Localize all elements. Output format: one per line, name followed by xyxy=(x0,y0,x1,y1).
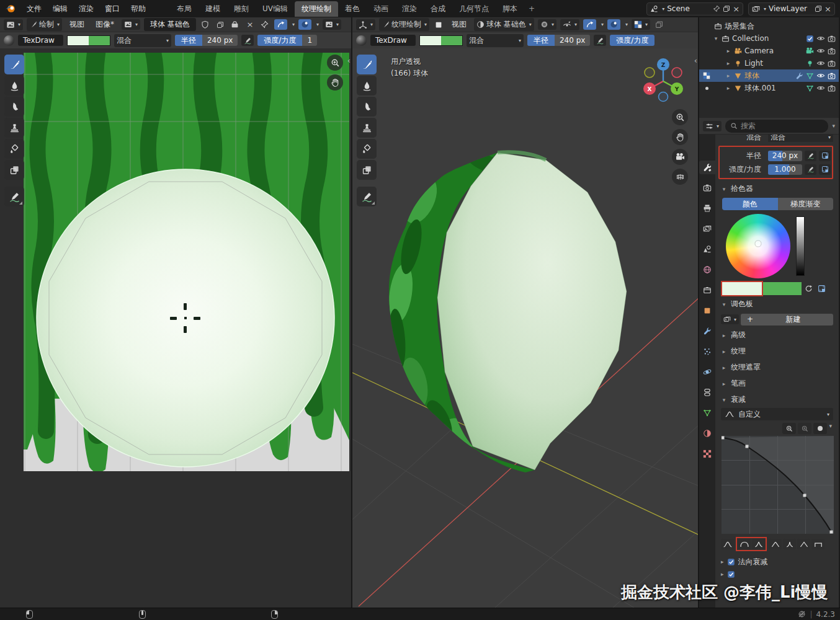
image-editor-canvas[interactable]: ‹ xyxy=(0,48,351,608)
curve-zoom-out-icon[interactable] xyxy=(798,423,811,434)
tool-soften-button[interactable] xyxy=(357,76,377,95)
pin-icon[interactable] xyxy=(713,5,720,12)
brush-preview-icon[interactable] xyxy=(4,35,14,46)
pin-icon[interactable] xyxy=(259,19,270,30)
filter-dropdown-icon[interactable]: ▾ xyxy=(832,123,835,129)
chevron-collapsed-icon[interactable]: ▸ xyxy=(721,559,724,565)
chevron-collapsed-icon[interactable]: ▸ xyxy=(721,571,724,577)
falloff-linear-button[interactable] xyxy=(797,539,810,549)
texture-slot-dropdown[interactable]: 球体 基础色▾ xyxy=(474,18,534,31)
add-workspace-button[interactable]: + xyxy=(524,2,539,16)
tab-sculpting[interactable]: 雕刻 xyxy=(227,1,256,17)
tool-fill-button[interactable] xyxy=(4,139,24,159)
tool-draw-button[interactable] xyxy=(4,55,24,74)
watermelon-cut-face[interactable] xyxy=(437,153,627,470)
tab-texture-paint[interactable]: 纹理绘制 xyxy=(295,1,338,17)
radius-pressure-icon[interactable] xyxy=(241,35,254,46)
falloff-dropdown[interactable] xyxy=(298,19,311,30)
section-stroke[interactable]: ▸笔画 xyxy=(721,376,833,391)
brush-color-swatches[interactable] xyxy=(67,35,110,46)
curve-point-dropdown[interactable] xyxy=(813,423,827,434)
editor-type-dropdown[interactable]: ▾ xyxy=(4,19,23,30)
copy-icon[interactable] xyxy=(815,5,822,12)
tab-uv-editing[interactable]: UV编辑 xyxy=(256,1,295,17)
chevron-collapsed-icon[interactable]: ▸ xyxy=(725,85,731,91)
falloff-sphere-button[interactable] xyxy=(752,539,765,549)
tool-clone-button[interactable] xyxy=(4,118,24,138)
pan-hand-icon[interactable] xyxy=(672,129,688,145)
color-wheel[interactable] xyxy=(726,214,790,278)
tab-world[interactable] xyxy=(699,263,715,277)
value-slider[interactable] xyxy=(796,216,805,276)
menu-image[interactable]: 图像* xyxy=(92,18,118,31)
tool-smear-button[interactable] xyxy=(4,97,24,117)
navigation-gizmo[interactable]: Z X Y xyxy=(640,56,686,102)
chevron-collapsed-icon[interactable]: ▸ xyxy=(725,73,731,79)
curve-zoom-in-icon[interactable] xyxy=(782,423,796,434)
tool-annotate-button[interactable] xyxy=(4,187,24,206)
zoom-icon[interactable] xyxy=(672,109,688,125)
tab-collection[interactable] xyxy=(699,283,715,297)
editor-type-dropdown[interactable]: ▾ xyxy=(356,19,375,30)
menu-render[interactable]: 渲染 xyxy=(73,2,99,16)
tab-constraints[interactable] xyxy=(699,386,715,399)
view-layer-name[interactable]: ViewLayer xyxy=(769,4,812,13)
swap-colors-icon[interactable] xyxy=(803,283,815,294)
tab-gradient[interactable]: 梯度渐变 xyxy=(778,198,834,210)
tab-object-data[interactable] xyxy=(699,406,715,420)
scene-name[interactable]: Scene xyxy=(667,4,710,13)
outliner-row-sphere[interactable]: ▸ 球体 xyxy=(699,69,839,82)
tab-color[interactable]: 颜色 xyxy=(722,198,778,210)
axis-neg-y-handle[interactable] xyxy=(645,68,655,78)
primary-color-swatch[interactable] xyxy=(722,282,762,295)
color-texture-icon[interactable] xyxy=(816,283,828,294)
eye-icon[interactable] xyxy=(816,59,825,68)
eye-icon[interactable] xyxy=(816,46,825,55)
fake-user-icon[interactable] xyxy=(200,19,211,30)
section-texture[interactable]: ▸纹理 xyxy=(721,344,833,358)
snap-dropdown[interactable] xyxy=(583,19,596,30)
section-falloff[interactable]: ▾衰减 xyxy=(721,392,833,407)
tab-layout[interactable]: 布局 xyxy=(170,1,199,17)
image-browse-dropdown[interactable]: ▾ xyxy=(122,19,140,30)
close-icon[interactable]: × xyxy=(733,4,739,14)
properties-editor-dropdown[interactable]: ▾ xyxy=(703,121,722,131)
tab-particles[interactable] xyxy=(699,345,715,358)
falloff-smoother-button[interactable] xyxy=(738,539,751,549)
exclude-checkbox[interactable] xyxy=(806,35,814,43)
tab-render[interactable] xyxy=(699,181,715,195)
normal-falloff-checkbox[interactable] xyxy=(727,558,735,566)
chevron-collapsed-icon[interactable]: ▸ xyxy=(725,48,731,54)
menu-file[interactable]: 文件 xyxy=(21,2,47,16)
view-layer-selector[interactable]: ▾ ViewLayer × xyxy=(748,2,835,16)
properties-search-input[interactable]: 搜索 xyxy=(725,120,828,133)
menu-edit[interactable]: 编辑 xyxy=(47,2,73,16)
falloff-smooth-button[interactable] xyxy=(721,539,734,549)
radius-slider[interactable]: 半径240 px xyxy=(527,35,590,46)
radius-slider[interactable]: 半径240 px xyxy=(175,35,238,46)
falloff-constant-button[interactable] xyxy=(811,539,824,549)
axis-neg-z-handle[interactable] xyxy=(659,92,668,102)
watermelon-texture-image[interactable] xyxy=(24,53,349,471)
secondary-color-swatch[interactable] xyxy=(89,36,110,45)
primary-color-swatch[interactable] xyxy=(68,36,89,45)
palette-new-button[interactable]: + 新建 xyxy=(741,314,833,326)
color-wheel-cursor[interactable] xyxy=(756,241,761,246)
scene-selector[interactable]: ▾ Scene × xyxy=(646,2,743,16)
camera-view-icon[interactable] xyxy=(672,149,688,165)
render-visibility-icon[interactable] xyxy=(828,84,836,92)
blend-dropdown[interactable]: 混合▾ xyxy=(768,135,833,142)
strength-texture-icon[interactable] xyxy=(819,164,831,175)
section-advanced[interactable]: ▸高级 xyxy=(721,328,833,342)
tool-draw-button[interactable] xyxy=(357,55,377,74)
render-visibility-icon[interactable] xyxy=(828,35,836,43)
curve-options-dropdown[interactable]: ▾ xyxy=(829,423,832,434)
tab-tool[interactable] xyxy=(699,161,715,174)
render-visibility-icon[interactable] xyxy=(828,60,836,68)
tab-rendering[interactable]: 渲染 xyxy=(395,1,424,17)
outliner-row-sphere-001[interactable]: ▸ 球体.001 xyxy=(699,82,839,94)
tool-clone-button[interactable] xyxy=(357,118,377,138)
unlink-icon[interactable]: × xyxy=(244,19,256,30)
section-texture-mask[interactable]: ▸纹理遮罩 xyxy=(721,360,833,374)
pan-hand-icon[interactable] xyxy=(327,74,343,91)
